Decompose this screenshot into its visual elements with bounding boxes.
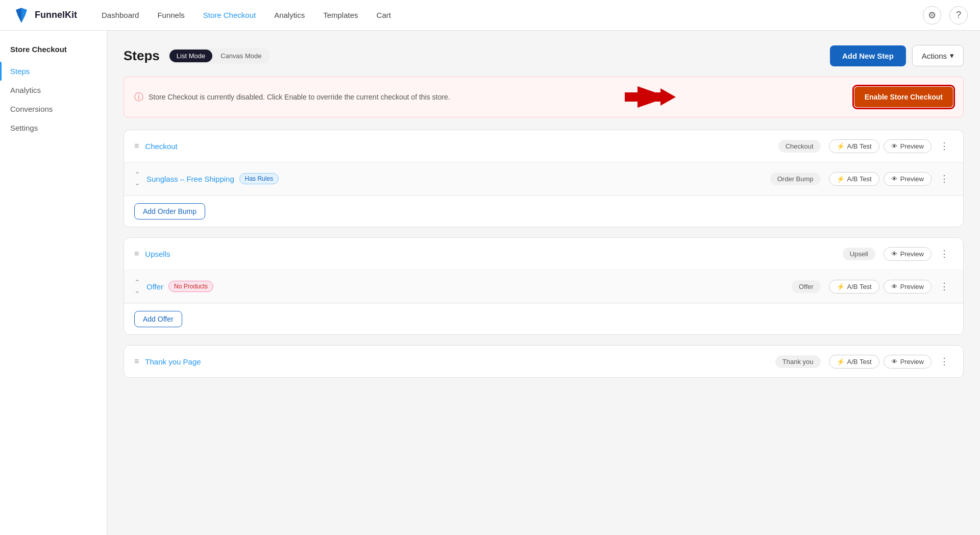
canvas-mode-button[interactable]: Canvas Mode	[213, 50, 268, 62]
sunglass-preview-button[interactable]: 👁 Preview	[884, 172, 932, 186]
upsells-preview-button[interactable]: 👁 Preview	[884, 247, 932, 261]
help-button[interactable]: ?	[949, 6, 968, 25]
thankyou-step-name[interactable]: Thank you Page	[145, 357, 201, 366]
nav-templates[interactable]: Templates	[315, 7, 366, 23]
page-header-right: Add New Step Actions ▾	[830, 45, 964, 66]
drag-icon: ≡	[134, 249, 139, 258]
upsells-add-row: Add Offer	[124, 303, 963, 334]
alert-banner-left: ⓘ Store Checkout is currently disabled. …	[134, 91, 450, 103]
checkout-preview-button[interactable]: 👁 Preview	[884, 139, 932, 153]
add-new-step-button[interactable]: Add New Step	[830, 45, 906, 66]
thankyou-more-button[interactable]: ⋮	[936, 354, 953, 369]
alert-message: Store Checkout is currently disabled. Cl…	[149, 93, 450, 101]
offer-step-name[interactable]: Offer	[146, 282, 163, 291]
checkout-type-badge: Checkout	[778, 140, 821, 153]
upsell-type-badge: Upsell	[843, 248, 875, 260]
logo[interactable]: FunnelKit	[12, 6, 77, 25]
add-offer-button[interactable]: Add Offer	[134, 311, 182, 327]
nav-cart[interactable]: Cart	[369, 7, 399, 23]
drag-icon: ≡	[134, 357, 139, 366]
page-header-left: Steps List Mode Canvas Mode	[124, 48, 270, 64]
thankyou-type-badge: Thank you	[775, 355, 821, 368]
red-arrow-icon	[620, 84, 681, 110]
ab-icon: ⚡	[837, 142, 845, 150]
preview-icon: 👁	[891, 358, 898, 366]
sidebar: Store Checkout Steps Analytics Conversio…	[0, 31, 107, 535]
nav-right: ⚙ ?	[923, 6, 968, 25]
enable-store-checkout-wrapper: Enable Store Checkout	[854, 87, 953, 107]
alert-banner: ⓘ Store Checkout is currently disabled. …	[124, 77, 964, 117]
expand-icon: ⌃⌄	[134, 171, 140, 187]
checkout-step-card: ≡ Checkout Checkout ⚡ A/B Test 👁 Preview…	[124, 130, 964, 227]
ab-icon: ⚡	[837, 358, 845, 366]
thankyou-main-row: ≡ Thank you Page Thank you ⚡ A/B Test 👁 …	[124, 346, 963, 377]
order-bump-type-badge: Order Bump	[770, 173, 821, 185]
page-header: Steps List Mode Canvas Mode Add New Step…	[124, 45, 964, 66]
chevron-down-icon: ▾	[950, 51, 954, 60]
offer-type-badge: Offer	[792, 280, 821, 293]
page-wrapper: Store Checkout Steps Analytics Conversio…	[0, 31, 980, 535]
thankyou-preview-button[interactable]: 👁 Preview	[884, 355, 932, 369]
upsells-step-name[interactable]: Upsells	[145, 250, 170, 258]
nav-store-checkout[interactable]: Store Checkout	[195, 7, 264, 23]
alert-row: ⓘ Store Checkout is currently disabled. …	[124, 77, 964, 117]
funnelkit-logo-icon	[12, 6, 31, 25]
settings-button[interactable]: ⚙	[923, 6, 941, 25]
drag-icon: ≡	[134, 141, 139, 151]
has-rules-badge: Has Rules	[239, 173, 279, 184]
thankyou-actions: ⚡ A/B Test 👁 Preview ⋮	[829, 354, 953, 369]
nav-links: Dashboard Funnels Store Checkout Analyti…	[93, 7, 923, 23]
ab-icon: ⚡	[837, 283, 845, 290]
top-nav: FunnelKit Dashboard Funnels Store Checko…	[0, 0, 980, 31]
offer-more-button[interactable]: ⋮	[936, 279, 953, 294]
checkout-step-name[interactable]: Checkout	[145, 142, 177, 151]
actions-button[interactable]: Actions ▾	[912, 45, 964, 66]
sidebar-item-steps[interactable]: Steps	[0, 62, 107, 81]
upsells-actions: 👁 Preview ⋮	[884, 246, 953, 261]
sunglass-step-name[interactable]: Sunglass – Free Shipping	[146, 175, 234, 183]
sunglass-more-button[interactable]: ⋮	[936, 171, 953, 186]
sidebar-item-conversions[interactable]: Conversions	[0, 100, 107, 118]
alert-icon: ⓘ	[134, 91, 143, 103]
sunglass-actions: ⚡ A/B Test 👁 Preview ⋮	[829, 171, 953, 186]
thankyou-step-card: ≡ Thank you Page Thank you ⚡ A/B Test 👁 …	[124, 345, 964, 378]
checkout-actions: ⚡ A/B Test 👁 Preview ⋮	[829, 138, 953, 154]
checkout-main-row: ≡ Checkout Checkout ⚡ A/B Test 👁 Preview…	[124, 130, 963, 162]
upsells-main-row: ≡ Upsells Upsell 👁 Preview ⋮	[124, 238, 963, 270]
expand-icon: ⌃⌄	[134, 278, 140, 295]
preview-icon: 👁	[891, 283, 898, 290]
ab-icon: ⚡	[837, 175, 845, 183]
preview-icon: 👁	[891, 142, 898, 150]
upsells-step-card: ≡ Upsells Upsell 👁 Preview ⋮ ⌃⌄ Offer No…	[124, 237, 964, 335]
checkout-ab-test-button[interactable]: ⚡ A/B Test	[829, 139, 879, 153]
sunglass-sub-row: ⌃⌄ Sunglass – Free Shipping Has Rules Or…	[124, 162, 963, 196]
nav-analytics[interactable]: Analytics	[266, 7, 313, 23]
checkout-more-button[interactable]: ⋮	[936, 138, 953, 154]
thankyou-ab-test-button[interactable]: ⚡ A/B Test	[829, 355, 879, 369]
no-products-badge: No Products	[168, 281, 213, 292]
main-content: Steps List Mode Canvas Mode Add New Step…	[107, 31, 980, 535]
sidebar-title: Store Checkout	[0, 45, 107, 62]
add-order-bump-button[interactable]: Add Order Bump	[134, 203, 205, 220]
offer-ab-test-button[interactable]: ⚡ A/B Test	[829, 280, 879, 294]
upsells-more-button[interactable]: ⋮	[936, 246, 953, 261]
mode-toggle: List Mode Canvas Mode	[168, 48, 271, 64]
sidebar-item-settings[interactable]: Settings	[0, 118, 107, 137]
offer-sub-row: ⌃⌄ Offer No Products Offer ⚡ A/B Test 👁 …	[124, 270, 963, 303]
page-title: Steps	[124, 48, 160, 64]
enable-store-checkout-button[interactable]: Enable Store Checkout	[854, 87, 953, 107]
offer-actions: ⚡ A/B Test 👁 Preview ⋮	[829, 279, 953, 294]
logo-text: FunnelKit	[35, 10, 77, 20]
actions-label: Actions	[922, 52, 947, 60]
checkout-add-row: Add Order Bump	[124, 196, 963, 227]
nav-funnels[interactable]: Funnels	[149, 7, 192, 23]
preview-icon: 👁	[891, 175, 898, 183]
sunglass-ab-test-button[interactable]: ⚡ A/B Test	[829, 172, 879, 186]
preview-icon: 👁	[891, 250, 898, 258]
nav-dashboard[interactable]: Dashboard	[93, 7, 147, 23]
sidebar-item-analytics[interactable]: Analytics	[0, 81, 107, 100]
offer-preview-button[interactable]: 👁 Preview	[884, 280, 932, 294]
list-mode-button[interactable]: List Mode	[169, 50, 212, 62]
svg-marker-1	[625, 88, 676, 106]
